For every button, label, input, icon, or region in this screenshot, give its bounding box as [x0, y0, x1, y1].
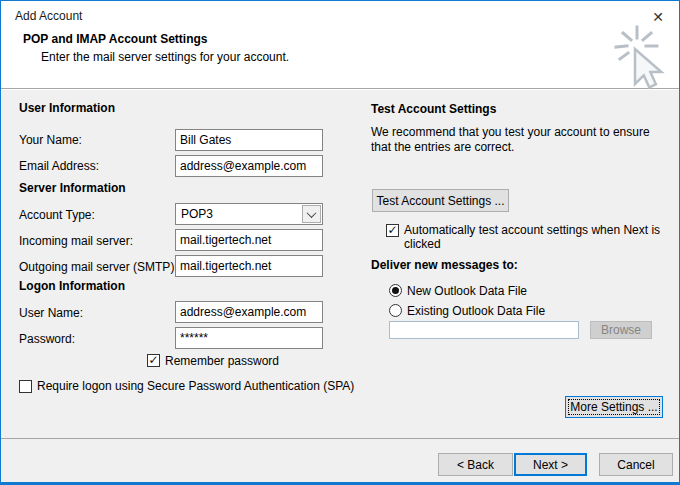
window-title: Add Account — [15, 9, 82, 23]
user-information-heading: User Information — [19, 101, 115, 115]
outgoing-server-label: Outgoing mail server (SMTP): — [19, 260, 178, 274]
chevron-down-icon[interactable] — [302, 205, 321, 223]
add-account-dialog: Add Account ✕ POP and IMAP Account Setti… — [0, 0, 680, 485]
test-account-settings-button[interactable]: Test Account Settings ... — [372, 189, 509, 212]
remember-password-checkbox[interactable]: ✓ — [147, 354, 160, 367]
footer-separator — [1, 438, 679, 439]
incoming-server-label: Incoming mail server: — [19, 234, 133, 248]
cancel-button[interactable]: Cancel — [599, 453, 673, 476]
data-file-path-input[interactable] — [389, 321, 579, 339]
user-name-label: User Name: — [19, 306, 83, 320]
check-icon: ✓ — [148, 354, 158, 367]
account-type-value: POP3 — [181, 207, 213, 221]
auto-test-checkbox[interactable]: ✓ — [386, 224, 399, 237]
your-name-input[interactable] — [175, 129, 323, 151]
title-bar: Add Account ✕ — [1, 1, 679, 31]
password-label: Password: — [19, 332, 75, 346]
new-data-file-label: New Outlook Data File — [407, 284, 527, 298]
user-name-input[interactable] — [175, 301, 323, 323]
page-title: POP and IMAP Account Settings — [23, 32, 207, 46]
more-settings-button[interactable]: More Settings ... — [565, 396, 663, 418]
server-information-heading: Server Information — [19, 181, 126, 195]
account-type-select[interactable]: POP3 — [175, 203, 323, 225]
browse-button[interactable]: Browse — [590, 321, 652, 339]
logon-information-heading: Logon Information — [19, 279, 125, 293]
email-address-label: Email Address: — [19, 159, 99, 173]
spa-checkbox[interactable] — [19, 380, 32, 393]
test-account-description: We recommend that you test your account … — [371, 125, 669, 155]
wizard-header: POP and IMAP Account Settings Enter the … — [1, 31, 679, 89]
incoming-server-input[interactable] — [175, 229, 323, 251]
auto-test-label: Automatically test account settings when… — [404, 223, 672, 251]
account-type-label: Account Type: — [19, 208, 95, 222]
check-icon: ✓ — [387, 224, 397, 237]
outgoing-server-input[interactable] — [175, 255, 323, 277]
your-name-label: Your Name: — [19, 133, 82, 147]
spa-label: Require logon using Secure Password Auth… — [37, 379, 373, 393]
click-cursor-icon — [613, 25, 669, 91]
page-subtitle: Enter the mail server settings for your … — [41, 50, 289, 64]
test-account-settings-heading: Test Account Settings — [371, 102, 496, 116]
new-data-file-radio[interactable] — [389, 284, 402, 297]
remember-password-label: Remember password — [165, 354, 279, 368]
deliver-heading: Deliver new messages to: — [371, 258, 518, 272]
existing-data-file-radio[interactable] — [389, 304, 402, 317]
password-input[interactable] — [175, 327, 323, 349]
email-address-input[interactable] — [175, 155, 323, 177]
back-button[interactable]: < Back — [438, 453, 513, 476]
next-button[interactable]: Next > — [514, 453, 587, 476]
existing-data-file-label: Existing Outlook Data File — [407, 304, 545, 318]
